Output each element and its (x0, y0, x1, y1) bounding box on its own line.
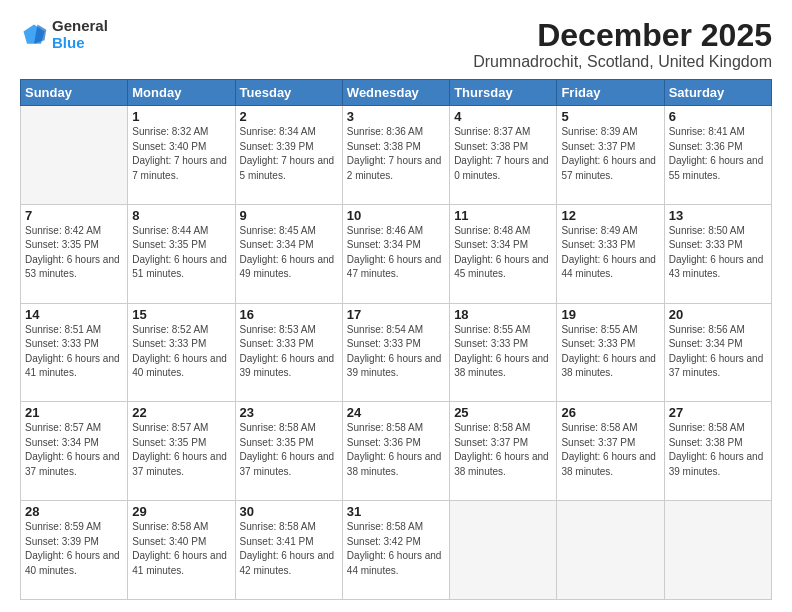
day-number: 1 (132, 109, 230, 124)
header-friday: Friday (557, 80, 664, 106)
day-info: Sunrise: 8:36 AMSunset: 3:38 PMDaylight:… (347, 125, 445, 183)
day-info: Sunrise: 8:58 AMSunset: 3:41 PMDaylight:… (240, 520, 338, 578)
calendar-day: 23Sunrise: 8:58 AMSunset: 3:35 PMDayligh… (235, 402, 342, 501)
calendar-day: 21Sunrise: 8:57 AMSunset: 3:34 PMDayligh… (21, 402, 128, 501)
day-info: Sunrise: 8:58 AMSunset: 3:40 PMDaylight:… (132, 520, 230, 578)
day-number: 28 (25, 504, 123, 519)
calendar-day: 19Sunrise: 8:55 AMSunset: 3:33 PMDayligh… (557, 303, 664, 402)
day-number: 11 (454, 208, 552, 223)
day-info: Sunrise: 8:46 AMSunset: 3:34 PMDaylight:… (347, 224, 445, 282)
day-info: Sunrise: 8:41 AMSunset: 3:36 PMDaylight:… (669, 125, 767, 183)
day-info: Sunrise: 8:34 AMSunset: 3:39 PMDaylight:… (240, 125, 338, 183)
calendar-week-4: 21Sunrise: 8:57 AMSunset: 3:34 PMDayligh… (21, 402, 772, 501)
day-number: 8 (132, 208, 230, 223)
day-number: 12 (561, 208, 659, 223)
header-thursday: Thursday (450, 80, 557, 106)
day-number: 3 (347, 109, 445, 124)
day-info: Sunrise: 8:50 AMSunset: 3:33 PMDaylight:… (669, 224, 767, 282)
header-row: Sunday Monday Tuesday Wednesday Thursday… (21, 80, 772, 106)
page: General Blue December 2025 Drumnadrochit… (0, 0, 792, 612)
calendar-day: 20Sunrise: 8:56 AMSunset: 3:34 PMDayligh… (664, 303, 771, 402)
day-info: Sunrise: 8:56 AMSunset: 3:34 PMDaylight:… (669, 323, 767, 381)
header: General Blue December 2025 Drumnadrochit… (20, 18, 772, 71)
calendar-day: 17Sunrise: 8:54 AMSunset: 3:33 PMDayligh… (342, 303, 449, 402)
calendar-day: 11Sunrise: 8:48 AMSunset: 3:34 PMDayligh… (450, 204, 557, 303)
day-info: Sunrise: 8:53 AMSunset: 3:33 PMDaylight:… (240, 323, 338, 381)
day-number: 30 (240, 504, 338, 519)
header-sunday: Sunday (21, 80, 128, 106)
calendar-day: 10Sunrise: 8:46 AMSunset: 3:34 PMDayligh… (342, 204, 449, 303)
day-info: Sunrise: 8:57 AMSunset: 3:35 PMDaylight:… (132, 421, 230, 479)
day-info: Sunrise: 8:58 AMSunset: 3:36 PMDaylight:… (347, 421, 445, 479)
day-number: 31 (347, 504, 445, 519)
calendar-day: 1Sunrise: 8:32 AMSunset: 3:40 PMDaylight… (128, 106, 235, 205)
day-info: Sunrise: 8:37 AMSunset: 3:38 PMDaylight:… (454, 125, 552, 183)
calendar-week-5: 28Sunrise: 8:59 AMSunset: 3:39 PMDayligh… (21, 501, 772, 600)
calendar-day: 18Sunrise: 8:55 AMSunset: 3:33 PMDayligh… (450, 303, 557, 402)
logo-blue-text: Blue (52, 35, 108, 52)
day-info: Sunrise: 8:49 AMSunset: 3:33 PMDaylight:… (561, 224, 659, 282)
calendar-day: 15Sunrise: 8:52 AMSunset: 3:33 PMDayligh… (128, 303, 235, 402)
calendar-day: 3Sunrise: 8:36 AMSunset: 3:38 PMDaylight… (342, 106, 449, 205)
day-info: Sunrise: 8:52 AMSunset: 3:33 PMDaylight:… (132, 323, 230, 381)
day-number: 4 (454, 109, 552, 124)
day-number: 23 (240, 405, 338, 420)
calendar-week-1: 1Sunrise: 8:32 AMSunset: 3:40 PMDaylight… (21, 106, 772, 205)
day-number: 26 (561, 405, 659, 420)
calendar-day: 29Sunrise: 8:58 AMSunset: 3:40 PMDayligh… (128, 501, 235, 600)
day-number: 27 (669, 405, 767, 420)
day-number: 17 (347, 307, 445, 322)
day-number: 18 (454, 307, 552, 322)
day-info: Sunrise: 8:39 AMSunset: 3:37 PMDaylight:… (561, 125, 659, 183)
day-info: Sunrise: 8:51 AMSunset: 3:33 PMDaylight:… (25, 323, 123, 381)
day-info: Sunrise: 8:55 AMSunset: 3:33 PMDaylight:… (561, 323, 659, 381)
day-info: Sunrise: 8:58 AMSunset: 3:37 PMDaylight:… (454, 421, 552, 479)
day-info: Sunrise: 8:58 AMSunset: 3:38 PMDaylight:… (669, 421, 767, 479)
calendar-week-3: 14Sunrise: 8:51 AMSunset: 3:33 PMDayligh… (21, 303, 772, 402)
calendar-day: 27Sunrise: 8:58 AMSunset: 3:38 PMDayligh… (664, 402, 771, 501)
logo-icon (20, 21, 48, 49)
calendar-subtitle: Drumnadrochit, Scotland, United Kingdom (473, 53, 772, 71)
calendar-day: 7Sunrise: 8:42 AMSunset: 3:35 PMDaylight… (21, 204, 128, 303)
calendar-day: 30Sunrise: 8:58 AMSunset: 3:41 PMDayligh… (235, 501, 342, 600)
day-number: 15 (132, 307, 230, 322)
day-info: Sunrise: 8:45 AMSunset: 3:34 PMDaylight:… (240, 224, 338, 282)
title-block: December 2025 Drumnadrochit, Scotland, U… (473, 18, 772, 71)
day-number: 6 (669, 109, 767, 124)
calendar-week-2: 7Sunrise: 8:42 AMSunset: 3:35 PMDaylight… (21, 204, 772, 303)
day-info: Sunrise: 8:48 AMSunset: 3:34 PMDaylight:… (454, 224, 552, 282)
day-number: 13 (669, 208, 767, 223)
day-info: Sunrise: 8:32 AMSunset: 3:40 PMDaylight:… (132, 125, 230, 183)
day-number: 25 (454, 405, 552, 420)
day-info: Sunrise: 8:42 AMSunset: 3:35 PMDaylight:… (25, 224, 123, 282)
calendar-day: 22Sunrise: 8:57 AMSunset: 3:35 PMDayligh… (128, 402, 235, 501)
calendar-day: 16Sunrise: 8:53 AMSunset: 3:33 PMDayligh… (235, 303, 342, 402)
day-info: Sunrise: 8:55 AMSunset: 3:33 PMDaylight:… (454, 323, 552, 381)
calendar-day: 25Sunrise: 8:58 AMSunset: 3:37 PMDayligh… (450, 402, 557, 501)
calendar-title: December 2025 (473, 18, 772, 53)
calendar-body: 1Sunrise: 8:32 AMSunset: 3:40 PMDaylight… (21, 106, 772, 600)
calendar-day: 8Sunrise: 8:44 AMSunset: 3:35 PMDaylight… (128, 204, 235, 303)
calendar-day (21, 106, 128, 205)
day-info: Sunrise: 8:58 AMSunset: 3:35 PMDaylight:… (240, 421, 338, 479)
header-wednesday: Wednesday (342, 80, 449, 106)
calendar-day: 4Sunrise: 8:37 AMSunset: 3:38 PMDaylight… (450, 106, 557, 205)
calendar-day: 12Sunrise: 8:49 AMSunset: 3:33 PMDayligh… (557, 204, 664, 303)
calendar-day: 31Sunrise: 8:58 AMSunset: 3:42 PMDayligh… (342, 501, 449, 600)
day-number: 24 (347, 405, 445, 420)
day-number: 29 (132, 504, 230, 519)
calendar-day: 6Sunrise: 8:41 AMSunset: 3:36 PMDaylight… (664, 106, 771, 205)
calendar-day: 2Sunrise: 8:34 AMSunset: 3:39 PMDaylight… (235, 106, 342, 205)
day-info: Sunrise: 8:59 AMSunset: 3:39 PMDaylight:… (25, 520, 123, 578)
logo-general-text: General (52, 18, 108, 35)
day-info: Sunrise: 8:54 AMSunset: 3:33 PMDaylight:… (347, 323, 445, 381)
calendar-day: 26Sunrise: 8:58 AMSunset: 3:37 PMDayligh… (557, 402, 664, 501)
day-info: Sunrise: 8:57 AMSunset: 3:34 PMDaylight:… (25, 421, 123, 479)
calendar-header: Sunday Monday Tuesday Wednesday Thursday… (21, 80, 772, 106)
day-number: 21 (25, 405, 123, 420)
day-number: 9 (240, 208, 338, 223)
header-monday: Monday (128, 80, 235, 106)
calendar-day: 28Sunrise: 8:59 AMSunset: 3:39 PMDayligh… (21, 501, 128, 600)
header-saturday: Saturday (664, 80, 771, 106)
calendar-day (450, 501, 557, 600)
